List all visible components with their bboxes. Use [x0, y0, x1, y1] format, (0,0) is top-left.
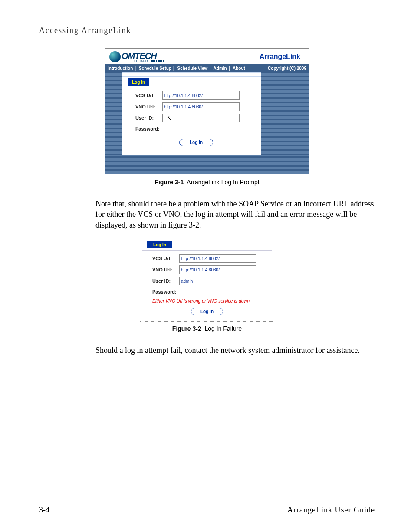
- vno-url-input-2[interactable]: [179, 265, 256, 274]
- nav-bar: Introduction| Schedule Setup| Schedule V…: [105, 64, 309, 72]
- error-message: Either VNO Url is wrong or VNO service i…: [152, 298, 272, 304]
- nav-schedule-view[interactable]: Schedule View: [177, 66, 208, 71]
- nav-about[interactable]: About: [233, 66, 245, 71]
- body-paragraph-2: Should a log in attempt fail, contact th…: [39, 345, 375, 356]
- login-tab: Log In: [128, 78, 149, 86]
- vcs-url-label-2: VCS Url:: [152, 256, 179, 261]
- login-button-2[interactable]: Log In: [191, 308, 223, 315]
- user-id-label-2: User ID:: [152, 278, 179, 284]
- figure-3-1-screenshot: OMTECH EF DATA ArrangeLink Introduction|…: [105, 48, 309, 174]
- vno-url-label: VNO Url:: [135, 104, 162, 109]
- product-name: ArrangeLink: [260, 53, 305, 61]
- figure-3-2-screenshot: Log In VCS Url: VNO Url: User ID: Passwo…: [140, 239, 274, 322]
- user-id-label: User ID:: [135, 115, 162, 121]
- password-input-2[interactable]: [179, 288, 256, 296]
- nav-schedule-setup[interactable]: Schedule Setup: [139, 66, 171, 71]
- password-input[interactable]: [162, 125, 239, 133]
- page-number: 3-4: [39, 506, 49, 515]
- user-id-input-2[interactable]: [179, 277, 256, 285]
- nav-introduction[interactable]: Introduction: [108, 66, 133, 71]
- vcs-url-label: VCS Url:: [135, 93, 162, 98]
- section-header: Accessing ArrangeLink: [39, 26, 375, 35]
- footer-title: ArrangeLink User Guide: [287, 506, 375, 515]
- decorative-bottom: [105, 155, 309, 174]
- body-paragraph-1: Note that, should there be a problem wit…: [39, 199, 375, 230]
- vcs-url-input[interactable]: [162, 91, 240, 100]
- logo-subtext: EF DATA: [134, 59, 164, 62]
- vcs-url-input-2[interactable]: [179, 254, 256, 263]
- copyright-text: Copyright (C) 2009: [268, 66, 306, 71]
- password-label-2: Password:: [152, 289, 179, 294]
- user-id-input[interactable]: [162, 114, 240, 122]
- vno-url-label-2: VNO Url:: [152, 267, 179, 272]
- password-label: Password:: [135, 126, 162, 131]
- company-logo: OMTECH EF DATA: [109, 51, 164, 62]
- vno-url-input[interactable]: [162, 102, 240, 111]
- figure-3-2-caption: Figure 3-2 Log In Failure: [39, 325, 375, 332]
- decorative-stripe-left: [105, 72, 122, 155]
- globe-icon: [109, 51, 121, 62]
- nav-admin[interactable]: Admin: [214, 66, 227, 71]
- figure-3-1-caption: Figure 3-1 ArrangeLink Log In Prompt: [39, 179, 375, 186]
- decorative-stripe-right: [261, 72, 309, 155]
- login-button[interactable]: Log In: [179, 139, 213, 146]
- login-tab-2: Log In: [147, 241, 172, 248]
